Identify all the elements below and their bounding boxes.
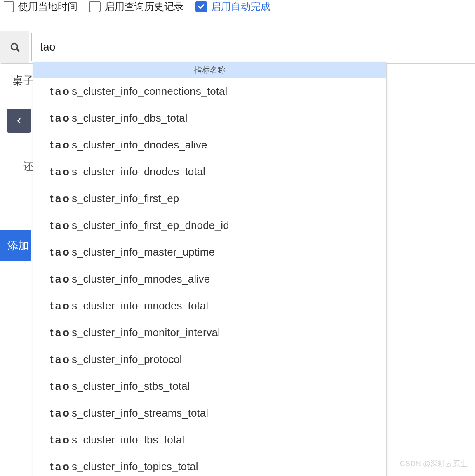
autocomplete-item[interactable]: taos_cluster_info_dnodes_alive [33, 132, 386, 158]
autocomplete-match: tao [50, 353, 71, 365]
autocomplete-match: tao [50, 85, 71, 97]
autocomplete-match: tao [50, 139, 71, 151]
checkbox-label: 使用当地时间 [18, 0, 78, 13]
add-button-label: 添加 [7, 238, 29, 253]
autocomplete-dropdown: 指标名称 taos_cluster_info_connections_total… [33, 62, 387, 476]
add-button[interactable]: 添加 [0, 230, 31, 261]
autocomplete-item[interactable]: taos_cluster_info_first_ep [33, 185, 386, 212]
search-icon [9, 42, 20, 52]
autocomplete-rest: s_cluster_info_mnodes_total [72, 299, 208, 312]
checkbox-icon [89, 1, 101, 12]
autocomplete-match: tao [50, 434, 71, 446]
autocomplete-item[interactable]: taos_cluster_info_streams_total [33, 400, 386, 427]
watermark: CSDN @深耕云原生 [400, 459, 468, 469]
autocomplete-item[interactable]: taos_cluster_info_tbs_total [33, 427, 386, 453]
checkbox-use-local-time[interactable]: 使用当地时间 [4, 0, 78, 13]
autocomplete-rest: s_cluster_info_dnodes_total [72, 165, 205, 178]
checkbox-label: 启用自动完成 [211, 0, 270, 13]
autocomplete-rest: s_cluster_info_mnodes_alive [72, 273, 210, 285]
checkbox-enable-query-history[interactable]: 启用查询历史记录 [89, 0, 184, 13]
checkbox-icon [4, 1, 14, 12]
autocomplete-match: tao [50, 165, 71, 178]
svg-line-1 [16, 49, 19, 51]
autocomplete-rest: s_cluster_info_first_ep [72, 192, 179, 205]
autocomplete-item[interactable]: taos_cluster_info_topics_total [33, 453, 386, 476]
autocomplete-rest: s_cluster_info_monitor_interval [72, 326, 220, 339]
checkbox-label: 启用查询历史记录 [105, 0, 184, 13]
autocomplete-rest: s_cluster_info_protocol [72, 353, 182, 365]
options-bar: 使用当地时间 启用查询历史记录 启用自动完成 [0, 0, 475, 16]
chevron-left-icon [15, 117, 23, 125]
autocomplete-match: tao [50, 112, 71, 124]
autocomplete-match: tao [50, 219, 71, 231]
autocomplete-match: tao [50, 246, 71, 258]
autocomplete-list: taos_cluster_info_connections_totaltaos_… [33, 78, 386, 476]
autocomplete-item[interactable]: taos_cluster_info_monitor_interval [33, 319, 386, 346]
autocomplete-match: tao [50, 460, 71, 473]
autocomplete-rest: s_cluster_info_stbs_total [72, 380, 190, 392]
autocomplete-rest: s_cluster_info_master_uptime [72, 246, 215, 258]
checkbox-checked-icon [195, 1, 207, 12]
autocomplete-rest: s_cluster_info_connections_total [72, 85, 227, 97]
autocomplete-item[interactable]: taos_cluster_info_master_uptime [33, 239, 386, 266]
autocomplete-rest: s_cluster_info_streams_total [72, 407, 208, 419]
autocomplete-item[interactable]: taos_cluster_info_dnodes_total [33, 158, 386, 185]
autocomplete-item[interactable]: taos_cluster_info_first_ep_dnode_id [33, 212, 386, 239]
autocomplete-rest: s_cluster_info_dnodes_alive [72, 139, 207, 151]
autocomplete-match: tao [50, 380, 71, 392]
autocomplete-rest: s_cluster_info_first_ep_dnode_id [72, 219, 229, 231]
autocomplete-match: tao [50, 192, 71, 205]
autocomplete-header: 指标名称 [33, 62, 386, 78]
checkbox-enable-autocomplete[interactable]: 启用自动完成 [195, 0, 270, 13]
search-input[interactable] [31, 33, 473, 61]
underlay-text-fragment: 还 [23, 159, 34, 174]
autocomplete-item[interactable]: taos_cluster_info_stbs_total [33, 373, 386, 400]
autocomplete-match: tao [50, 326, 71, 339]
autocomplete-match: tao [50, 407, 71, 419]
autocomplete-item[interactable]: taos_cluster_info_mnodes_total [33, 292, 386, 319]
autocomplete-item[interactable]: taos_cluster_info_mnodes_alive [33, 266, 386, 292]
search-row [0, 31, 475, 64]
autocomplete-match: tao [50, 273, 71, 285]
back-button[interactable] [7, 109, 31, 133]
autocomplete-match: tao [50, 299, 71, 312]
search-button[interactable] [0, 31, 29, 63]
autocomplete-rest: s_cluster_info_tbs_total [72, 434, 184, 446]
autocomplete-rest: s_cluster_info_dbs_total [72, 112, 187, 124]
autocomplete-item[interactable]: taos_cluster_info_dbs_total [33, 105, 386, 132]
autocomplete-item[interactable]: taos_cluster_info_protocol [33, 346, 386, 373]
search-input-wrap [29, 31, 475, 63]
table-heading-fragment: 桌子 [12, 73, 34, 88]
autocomplete-rest: s_cluster_info_topics_total [72, 460, 198, 473]
autocomplete-item[interactable]: taos_cluster_info_connections_total [33, 78, 386, 105]
